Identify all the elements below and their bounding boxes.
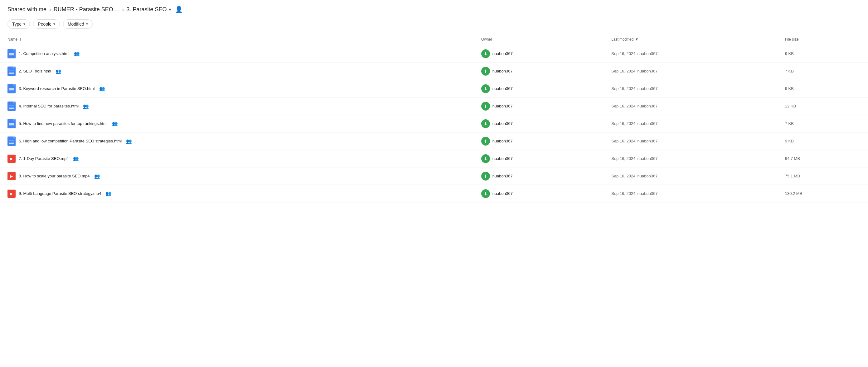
owner-cell: ⬇ nuabon367 (477, 185, 608, 202)
modified-by: nuabon367 (637, 51, 657, 56)
modified-date: Sep 16, 2024 (611, 69, 635, 74)
file-name-cell: 9. Multi-Language Parasite SEO strategy.… (0, 185, 477, 202)
file-name-text: 7. 1-Day Parasite SEO.mp4 (19, 156, 69, 161)
modified-cell: Sep 16, 2024 nuabon367 (608, 45, 781, 62)
download-icon: ⬇ (484, 191, 488, 196)
last-modified-sort-icon: ▼ (635, 37, 639, 41)
shared-icon: 👥 (126, 138, 132, 144)
modified-date: Sep 16, 2024 (611, 191, 635, 196)
owner-avatar: ⬇ (481, 49, 490, 58)
file-name-text: 1. Competition analysis.html (19, 51, 69, 56)
download-icon: ⬇ (484, 104, 488, 109)
type-chevron-icon: ▾ (23, 22, 25, 26)
column-owner: Owner (477, 34, 608, 45)
modified-date: Sep 16, 2024 (611, 104, 635, 108)
modified-by: nuabon367 (637, 121, 657, 126)
file-name-cell: 3. Keyword research in Parasite SEO.html… (0, 80, 477, 97)
file-size-cell: 7 KB (781, 115, 868, 133)
owner-avatar: ⬇ (481, 189, 490, 198)
table-row[interactable]: 5. How to find new parasites for top ran… (0, 115, 868, 133)
owner-avatar: ⬇ (481, 84, 490, 93)
column-last-modified[interactable]: Last modified ▼ (608, 34, 781, 45)
owner-cell: ⬇ nuabon367 (477, 150, 608, 167)
breadcrumb-shared-with-me[interactable]: Shared with me (7, 6, 46, 13)
people-filter-button[interactable]: People ▾ (33, 19, 60, 29)
modified-by: nuabon367 (637, 174, 657, 178)
file-name-text: 5. How to find new parasites for top ran… (19, 121, 107, 126)
modified-cell: Sep 16, 2024 nuabon367 (608, 185, 781, 202)
modified-filter-label: Modified (68, 22, 84, 27)
file-size-cell: 94.7 MB (781, 150, 868, 167)
download-icon: ⬇ (484, 174, 488, 179)
modified-date: Sep 16, 2024 (611, 174, 635, 178)
table-row[interactable]: 1. Competition analysis.html 👥 ⬇ nuabon3… (0, 45, 868, 62)
last-modified-label: Last modified (611, 37, 633, 41)
owner-avatar: ⬇ (481, 67, 490, 76)
modified-chevron-icon: ▾ (86, 22, 88, 26)
owner-avatar: ⬇ (481, 119, 490, 128)
owner-cell: ⬇ nuabon367 (477, 115, 608, 133)
doc-file-icon (7, 137, 16, 146)
modified-cell: Sep 16, 2024 nuabon367 (608, 115, 781, 133)
shared-icon: 👥 (99, 86, 105, 91)
shared-icon: 👥 (94, 173, 100, 179)
owner-cell: ⬇ nuabon367 (477, 62, 608, 80)
shared-icon: 👥 (73, 156, 79, 162)
sort-arrow-icon: ↑ (19, 37, 22, 41)
owner-name: nuabon367 (493, 174, 513, 178)
table-row[interactable]: 7. 1-Day Parasite SEO.mp4 👥 ⬇ nuabon367 … (0, 150, 868, 167)
column-name[interactable]: Name ↑ (0, 34, 477, 45)
file-name-text: 6. High and low competition Parasite SEO… (19, 139, 122, 143)
people-filter-label: People (38, 22, 52, 27)
file-table: Name ↑ Owner Last modified ▼ File size (0, 34, 868, 202)
table-row[interactable]: 9. Multi-Language Parasite SEO strategy.… (0, 185, 868, 202)
download-icon: ⬇ (484, 51, 488, 56)
breadcrumb-rumer-folder[interactable]: RUMER - Parasite SEO ... (54, 6, 120, 13)
breadcrumb-current-label: 3. Parasite SEO (126, 6, 166, 13)
owner-avatar: ⬇ (481, 102, 490, 111)
file-name-text: 8. How to scale your parasite SEO.mp4 (19, 174, 90, 178)
file-name-cell: 7. 1-Day Parasite SEO.mp4 👥 (0, 150, 477, 167)
owner-name: nuabon367 (493, 69, 513, 74)
file-name-text: 4. Internal SEO for parasites.html (19, 104, 79, 108)
breadcrumb-current-folder[interactable]: 3. Parasite SEO ▾ (126, 6, 171, 13)
modified-by: nuabon367 (637, 104, 657, 108)
breadcrumb: Shared with me › RUMER - Parasite SEO ..… (0, 0, 868, 17)
file-name-cell: 1. Competition analysis.html 👥 (0, 45, 477, 62)
table-row[interactable]: 2. SEO Tools.html 👥 ⬇ nuabon367 Sep 16, … (0, 62, 868, 80)
file-name-cell: 8. How to scale your parasite SEO.mp4 👥 (0, 167, 477, 185)
share-people-icon[interactable]: 👤 (175, 6, 183, 13)
modified-cell: Sep 16, 2024 nuabon367 (608, 150, 781, 167)
table-row[interactable]: 4. Internal SEO for parasites.html 👥 ⬇ n… (0, 97, 868, 115)
modified-date: Sep 16, 2024 (611, 86, 635, 91)
owner-cell: ⬇ nuabon367 (477, 133, 608, 150)
owner-name: nuabon367 (493, 121, 513, 126)
name-column-label: Name (7, 37, 18, 41)
modified-date: Sep 16, 2024 (611, 51, 635, 56)
table-row[interactable]: 6. High and low competition Parasite SEO… (0, 133, 868, 150)
table-row[interactable]: 8. How to scale your parasite SEO.mp4 👥 … (0, 167, 868, 185)
table-row[interactable]: 3. Keyword research in Parasite SEO.html… (0, 80, 868, 97)
file-name-text: 3. Keyword research in Parasite SEO.html (19, 86, 95, 91)
modified-cell: Sep 16, 2024 nuabon367 (608, 62, 781, 80)
type-filter-button[interactable]: Type ▾ (7, 19, 30, 29)
shared-icon: 👥 (74, 51, 80, 57)
modified-cell: Sep 16, 2024 nuabon367 (608, 167, 781, 185)
modified-cell: Sep 16, 2024 nuabon367 (608, 133, 781, 150)
owner-name: nuabon367 (493, 156, 513, 161)
file-name-cell: 6. High and low competition Parasite SEO… (0, 133, 477, 150)
file-size-cell: 130.2 MB (781, 185, 868, 202)
file-size-cell: 9 KB (781, 80, 868, 97)
file-size-cell: 9 KB (781, 133, 868, 150)
file-size-cell: 7 KB (781, 62, 868, 80)
file-size-cell: 9 KB (781, 45, 868, 62)
modified-filter-button[interactable]: Modified ▾ (63, 19, 93, 29)
modified-cell: Sep 16, 2024 nuabon367 (608, 97, 781, 115)
breadcrumb-separator-2: › (122, 6, 124, 13)
file-name-cell: 4. Internal SEO for parasites.html 👥 (0, 97, 477, 115)
file-name-text: 2. SEO Tools.html (19, 69, 51, 74)
doc-file-icon (7, 49, 16, 58)
video-file-icon (7, 190, 16, 198)
modified-date: Sep 16, 2024 (611, 156, 635, 161)
owner-name: nuabon367 (493, 104, 513, 108)
